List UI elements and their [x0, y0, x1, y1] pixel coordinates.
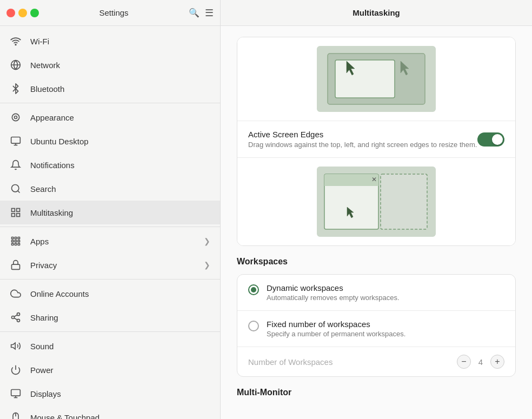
toggle-thumb	[492, 134, 503, 145]
svg-rect-43	[324, 180, 378, 186]
multi-monitor-heading: Multi-Monitor	[237, 388, 516, 397]
active-screen-edges-toggle[interactable]	[477, 132, 504, 147]
active-screen-edges-title: Active Screen Edges	[248, 130, 477, 139]
search-icon[interactable]: 🔍	[189, 8, 200, 18]
active-screen-edges-info: Active Screen Edges Drag windows against…	[248, 130, 477, 149]
sidebar-item-apps-label: Apps	[30, 237, 195, 246]
sidebar-item-online-accounts-label: Online Accounts	[30, 289, 210, 298]
toggle-track	[477, 132, 504, 147]
sidebar-item-mouse-touchpad[interactable]: Mouse & Touchpad	[0, 405, 220, 419]
sidebar-item-power-label: Power	[30, 365, 210, 375]
sidebar-title: Settings	[44, 8, 183, 17]
active-screen-edges-desc: Drag windows against the top, left, and …	[248, 141, 477, 149]
corner-illustration	[317, 46, 436, 112]
sidebar-item-privacy-label: Privacy	[30, 261, 195, 270]
svg-line-26	[14, 318, 17, 320]
privacy-arrow-icon: ❯	[204, 261, 210, 269]
apps-icon	[10, 235, 22, 247]
svg-point-25	[17, 319, 20, 322]
dynamic-workspaces-text: Dynamic workspaces Automatically removes…	[267, 283, 400, 302]
sidebar-item-ubuntu-desktop[interactable]: Ubuntu Desktop	[0, 129, 220, 153]
dynamic-workspaces-radio[interactable]	[248, 284, 259, 295]
fixed-workspaces-radio[interactable]	[248, 321, 259, 331]
search-nav-icon	[10, 183, 22, 195]
sidebar-item-sound-label: Sound	[30, 342, 210, 351]
sidebar-item-notifications[interactable]: Notifications	[0, 153, 220, 177]
sidebar-item-appearance-label: Appearance	[30, 113, 210, 122]
svg-rect-13	[12, 237, 14, 239]
svg-rect-16	[12, 240, 14, 242]
svg-rect-12	[17, 214, 20, 217]
svg-rect-21	[18, 243, 19, 245]
multitask-icon	[10, 207, 22, 218]
desktop-icon	[10, 135, 22, 147]
sidebar-item-appearance[interactable]: Appearance	[0, 105, 220, 129]
num-workspaces-increase[interactable]: +	[490, 355, 504, 369]
svg-rect-30	[11, 390, 21, 396]
svg-rect-17	[15, 240, 16, 242]
sidebar-nav: Wi-Fi Network	[0, 26, 220, 419]
sidebar-item-mouse-touchpad-label: Mouse & Touchpad	[30, 413, 210, 420]
fixed-workspaces-desc: Specify a number of permanent workspaces…	[267, 330, 405, 338]
sidebar-item-apps[interactable]: Apps ❯	[0, 229, 220, 253]
sidebar-item-bluetooth-label: Bluetooth	[30, 84, 210, 94]
sidebar: × − ⬜ Settings 🔍 ☰ Wi-Fi	[0, 0, 221, 419]
main-scroll-area: Active Screen Edges Drag windows against…	[221, 26, 532, 419]
sidebar-item-sharing[interactable]: Sharing	[0, 305, 220, 329]
svg-point-7	[12, 185, 19, 192]
sidebar-item-privacy[interactable]: Privacy ❯	[0, 253, 220, 277]
svg-rect-9	[12, 209, 15, 212]
snap-illustration: ✕	[317, 167, 436, 237]
illustration-card-corner: Active Screen Edges Drag windows against…	[237, 37, 516, 246]
active-screen-edges-row: Active Screen Edges Drag windows against…	[237, 121, 515, 157]
svg-text:✕: ✕	[371, 176, 377, 183]
sound-icon	[10, 340, 22, 352]
share-icon	[10, 311, 22, 323]
svg-rect-19	[12, 243, 14, 245]
sidebar-item-network[interactable]: Network	[0, 53, 220, 77]
sidebar-item-displays[interactable]: Displays	[0, 382, 220, 405]
minimize-button[interactable]: −	[18, 9, 27, 17]
svg-point-0	[15, 44, 16, 45]
num-workspaces-label: Number of Workspaces	[248, 357, 457, 367]
apps-arrow-icon: ❯	[204, 237, 210, 245]
svg-line-8	[18, 191, 20, 193]
sidebar-item-power[interactable]: Power	[0, 358, 220, 382]
card-illustration-corner	[237, 37, 515, 121]
sidebar-item-wifi-label: Wi-Fi	[30, 37, 210, 46]
svg-rect-20	[15, 243, 16, 245]
sidebar-item-online-accounts[interactable]: Online Accounts	[0, 282, 220, 305]
svg-rect-10	[17, 209, 20, 212]
dynamic-workspaces-row[interactable]: Dynamic workspaces Automatically removes…	[237, 275, 515, 310]
maximize-button[interactable]: ⬜	[30, 9, 39, 17]
close-button[interactable]: ×	[6, 9, 15, 17]
svg-point-3	[15, 116, 17, 119]
card-illustration-snap: ✕	[237, 157, 515, 245]
main-header: Multitasking	[221, 0, 532, 26]
displays-icon	[10, 388, 22, 400]
sidebar-item-sharing-label: Sharing	[30, 313, 210, 322]
svg-point-23	[17, 313, 20, 316]
num-workspaces-stepper: − 4 +	[457, 355, 504, 369]
sidebar-item-wifi[interactable]: Wi-Fi	[0, 29, 220, 53]
svg-rect-18	[18, 240, 19, 242]
sidebar-item-ubuntu-desktop-label: Ubuntu Desktop	[30, 137, 210, 146]
power-icon	[10, 364, 22, 376]
sidebar-item-search[interactable]: Search	[0, 177, 220, 201]
svg-rect-4	[11, 137, 21, 144]
sidebar-item-multitasking[interactable]: Multitasking	[0, 201, 220, 224]
fixed-workspaces-label: Fixed number of workspaces	[267, 320, 405, 329]
main-content: Multitasking	[221, 0, 532, 419]
sidebar-item-bluetooth[interactable]: Bluetooth	[0, 77, 220, 101]
sidebar-item-sound[interactable]: Sound	[0, 334, 220, 358]
bluetooth-icon	[10, 83, 22, 95]
svg-rect-46	[381, 174, 427, 229]
workspaces-heading: Workspaces	[237, 257, 516, 267]
svg-rect-22	[12, 264, 20, 269]
fixed-workspaces-row[interactable]: Fixed number of workspaces Specify a num…	[237, 310, 515, 347]
dynamic-workspaces-desc: Automatically removes empty workspaces.	[267, 294, 400, 302]
svg-rect-37	[335, 60, 395, 98]
num-workspaces-decrease[interactable]: −	[457, 355, 471, 369]
menu-icon[interactable]: ☰	[205, 7, 214, 19]
svg-point-24	[12, 316, 15, 319]
